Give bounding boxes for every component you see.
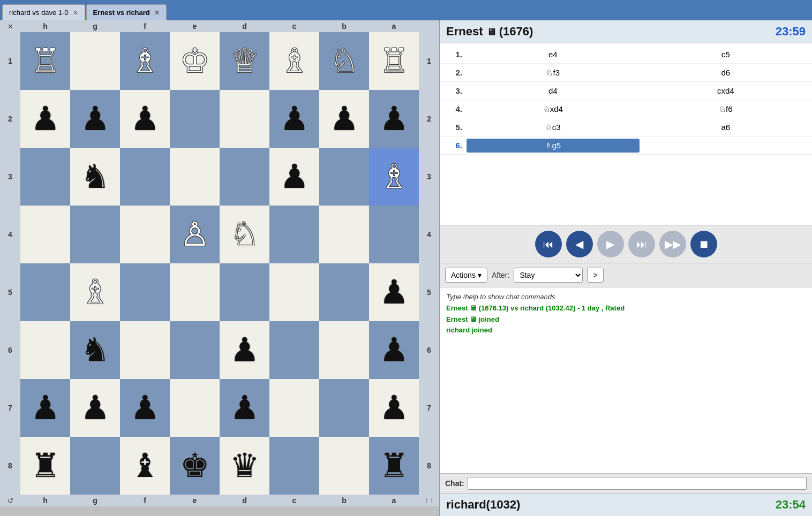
square-e5[interactable] [170,263,220,321]
square-b2[interactable]: ♟ [319,90,369,148]
square-f5[interactable] [120,263,170,321]
tab-richard-dave[interactable]: richard vs dave 1-0 ✕ [2,4,85,20]
square-c4[interactable] [269,206,319,263]
stop-button[interactable]: ⏹ [690,231,717,257]
square-d7[interactable]: ♟ [220,379,269,437]
move-list[interactable]: 1. e4 c5 2. ♘f3 d6 3. d4 cxd4 4. ♘xd4 ♘f… [440,43,812,225]
square-h5[interactable] [20,263,70,321]
square-g5[interactable]: ♗ [70,263,120,321]
skip-start-button[interactable]: ⏮ [535,231,562,257]
play-button[interactable]: ▶▶ [659,231,686,257]
move-white-5[interactable]: ♘c3 [467,120,640,134]
black-player-name: richard(1032) [446,498,520,512]
square-d8[interactable]: ♛ [220,437,269,495]
square-h4[interactable] [20,206,70,263]
square-c5[interactable] [269,263,319,321]
square-a5[interactable]: ♟ [369,263,419,321]
square-f8[interactable]: ♝ [120,437,170,495]
square-g6[interactable]: ♞ [70,321,120,379]
square-f6[interactable] [120,321,170,379]
square-a7[interactable]: ♟ [369,379,419,437]
square-h2[interactable]: ♟ [20,90,70,148]
square-a3[interactable]: ♗ [369,148,419,206]
square-f1[interactable]: ♗ [120,32,170,90]
square-e8[interactable]: ♚ [170,437,220,495]
move-black-6[interactable] [640,143,813,148]
square-b6[interactable] [319,321,369,379]
square-c2[interactable]: ♟ [269,90,319,148]
move-black-1[interactable]: c5 [640,48,813,61]
square-d3[interactable] [220,148,269,206]
move-white-2[interactable]: ♘f3 [467,66,640,80]
skip-end-button[interactable]: ⏭ [628,231,655,257]
square-e7[interactable] [170,379,220,437]
square-f7[interactable]: ♟ [120,379,170,437]
move-row-5: 5. ♘c3 a6 [440,118,812,136]
tab-close-2[interactable]: ✕ [154,9,160,17]
square-b1[interactable]: ♘ [319,32,369,90]
square-a2[interactable]: ♟ [369,90,419,148]
tab-ernest-richard[interactable]: Ernest vs richard ✕ [86,4,167,20]
square-d4[interactable]: ♘ [220,206,269,263]
square-h7[interactable]: ♟ [20,379,70,437]
move-black-3[interactable]: cxd4 [640,84,813,97]
square-b7[interactable] [319,379,369,437]
square-g7[interactable]: ♟ [70,379,120,437]
square-e6[interactable] [170,321,220,379]
square-a4[interactable] [369,206,419,263]
square-d6[interactable]: ♟ [220,321,269,379]
square-f4[interactable] [120,206,170,263]
square-a6[interactable]: ♟ [369,321,419,379]
prev-move-button[interactable]: ◀ [566,231,593,257]
square-e1[interactable]: ♔ [170,32,220,90]
square-a8[interactable]: ♜ [369,437,419,495]
square-a1[interactable]: ♖ [369,32,419,90]
after-select[interactable]: Stay Next game Return to lobby [514,268,583,283]
piece-white-queen-d1: ♕ [230,44,260,78]
move-white-6[interactable]: ♗g5 [467,139,640,153]
square-g8[interactable] [70,437,120,495]
bottom-file-labels: ↺ h g f e d c b a ⋮⋮ [0,495,439,506]
actions-button[interactable]: Actions ▾ [445,268,487,283]
next-move-button[interactable]: ▶ [597,231,624,257]
square-b4[interactable] [319,206,369,263]
bottom-left-corner[interactable]: ↺ [0,497,20,505]
square-f3[interactable] [120,148,170,206]
square-b3[interactable] [319,148,369,206]
square-h3[interactable] [20,148,70,206]
piece-black-pawn-a2: ♟ [379,102,409,135]
square-h1[interactable]: ♖ [20,32,70,90]
square-g3[interactable]: ♞ [70,148,120,206]
square-h6[interactable] [20,321,70,379]
after-go-button[interactable]: > [587,268,603,283]
square-e2[interactable] [170,90,220,148]
square-b5[interactable] [319,263,369,321]
move-white-1[interactable]: e4 [467,48,640,61]
square-g2[interactable]: ♟ [70,90,120,148]
square-c8[interactable] [269,437,319,495]
square-c7[interactable] [269,379,319,437]
move-black-4[interactable]: ♘f6 [640,102,813,116]
square-c1[interactable]: ♗ [269,32,319,90]
square-c6[interactable] [269,321,319,379]
square-d5[interactable] [220,263,269,321]
move-black-5[interactable]: a6 [640,120,813,134]
square-e4[interactable]: ♙ [170,206,220,263]
chat-input[interactable] [468,477,807,490]
square-b8[interactable] [319,437,369,495]
square-g1[interactable] [70,32,120,90]
move-white-4[interactable]: ♘xd4 [467,102,640,116]
square-h8[interactable]: ♜ [20,437,70,495]
square-f2[interactable]: ♟ [120,90,170,148]
tab-close-1[interactable]: ✕ [73,9,78,17]
file-f-top: f [120,22,170,31]
tab-bar: richard vs dave 1-0 ✕ Ernest vs richard … [0,0,812,20]
square-d1[interactable]: ♕ [220,32,269,90]
move-black-2[interactable]: d6 [640,66,813,79]
square-c3[interactable]: ♟ [269,148,319,206]
move-white-3[interactable]: d4 [467,84,640,97]
square-e3[interactable] [170,148,220,206]
square-g4[interactable] [70,206,120,263]
square-d2[interactable] [220,90,269,148]
file-c-top: c [269,22,319,31]
